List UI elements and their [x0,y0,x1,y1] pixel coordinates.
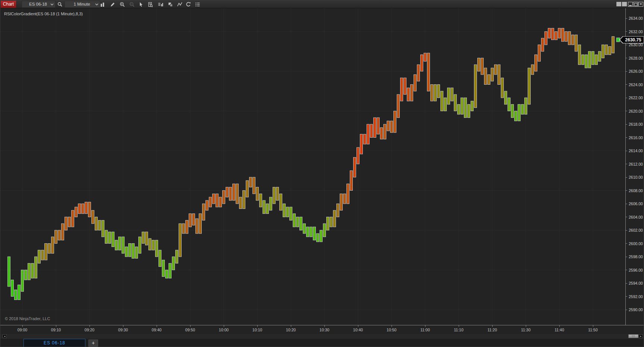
price-bar [357,147,359,164]
tab-es-06-18[interactable]: ES 06-18 [23,339,85,347]
instrument-selector[interactable]: ES 06-18 [22,1,56,8]
time-axis-label: 09:30 [115,328,131,332]
price-axis[interactable]: 2590.002592.002594.002596.002598.002600.… [625,8,644,325]
price-bar [233,184,235,200]
time-axis-label: 11:50 [585,328,601,332]
price-bar [142,232,145,243]
price-bar [290,207,292,221]
chart-panel[interactable]: RSIColorGradient(ES 06-18 (1 Minute),8,3… [0,8,644,325]
price-bar [411,85,413,101]
price-bar [202,204,205,220]
scroll-right-button[interactable]: ► [639,334,643,338]
cursor-pointer-icon[interactable] [136,1,145,8]
close-icon: ✕ [640,3,643,6]
time-axis-label: 10:20 [283,328,299,332]
price-bar [481,58,484,75]
drawing-tools-pencil-icon[interactable] [108,1,117,8]
time-axis-tick [492,325,493,327]
restore-icon [634,3,637,6]
time-axis-label: 11:20 [484,328,500,332]
price-bar [394,111,396,133]
price-bar [458,104,460,115]
price-axis-tick [626,31,627,32]
time-axis-tick [22,325,23,327]
time-axis-label: 11:30 [518,328,534,332]
price-bar [454,94,457,111]
price-bar [360,134,363,154]
zoom-in-icon[interactable] [118,1,127,8]
price-bar [58,230,61,240]
properties-list-icon[interactable] [193,1,202,8]
minimize-button[interactable] [628,2,633,7]
price-bars-canvas[interactable] [0,8,625,325]
price-bar [8,257,10,287]
scrollbar-thumb[interactable] [628,334,638,338]
time-axis-tick [224,325,224,327]
price-bar [65,217,67,231]
data-box-icon[interactable] [146,1,155,8]
scroll-left-button[interactable]: ◄ [3,334,7,338]
price-bar [41,250,44,260]
reload-icon[interactable] [184,1,193,8]
time-axis[interactable]: 09:0009:1009:2009:3009:4009:5010:0010:10… [0,325,644,334]
price-axis-tick [626,98,627,98]
price-bar [162,260,165,276]
price-bar [421,55,423,71]
zoom-out-icon[interactable] [128,1,136,8]
price-bar [582,55,584,65]
indicators-icon[interactable] [175,1,184,8]
title-bar[interactable]: Chart ES 06-18 1 Minute [0,0,644,8]
price-bar [25,270,27,280]
price-bar [155,240,158,257]
horizontal-scrollbar[interactable]: ◄ ► [0,334,644,339]
price-bar [578,45,581,65]
price-bar [491,68,494,81]
price-bar [333,210,336,227]
price-bar [310,227,312,237]
price-bar [223,191,225,204]
price-bar [508,98,511,111]
price-axis-label: 2620.00 [629,109,643,113]
price-bar [182,223,185,234]
price-bar [283,204,286,217]
price-bar [370,124,373,138]
price-axis-label: 2614.00 [629,149,643,153]
price-axis-label: 2626.00 [629,69,643,74]
price-axis-tick [626,217,627,217]
price-axis-label: 2612.00 [629,162,643,166]
price-bar [494,65,497,75]
restore-button[interactable] [633,2,638,7]
instrument-link-button[interactable] [616,2,621,6]
price-bar [273,187,276,204]
price-bar [18,285,21,300]
price-axis-label: 2622.00 [629,96,643,100]
chart-style-icon[interactable] [98,1,107,8]
price-axis-tick [626,310,627,310]
price-axis-tick [626,124,627,125]
price-bar [296,217,299,227]
tab-bar: ES 06-18 + [0,339,644,347]
search-icon[interactable] [56,1,65,8]
price-bar [263,200,266,214]
panels-icon[interactable] [166,1,175,8]
chart-menu-button[interactable]: Chart [1,1,16,8]
price-bar [270,197,272,210]
time-axis-label: 11:40 [551,328,568,332]
price-bar [468,104,470,118]
instrument-selector-value: ES 06-18 [26,1,50,7]
price-bar [179,223,182,257]
price-bar [35,257,37,278]
price-bar [307,227,309,237]
price-bar [246,181,249,197]
price-bar [488,75,490,85]
chart-trader-icon[interactable] [156,1,165,8]
close-button[interactable]: ✕ [638,2,643,7]
add-tab-button[interactable]: + [88,340,98,347]
price-bar [105,230,108,244]
price-bar [75,207,78,217]
interval-link-button[interactable] [622,2,627,6]
price-axis-label: 2624.00 [629,82,643,87]
price-bar [229,187,232,201]
time-axis-label: 09:10 [48,328,64,332]
interval-selector[interactable]: 1 Minute [65,1,100,8]
